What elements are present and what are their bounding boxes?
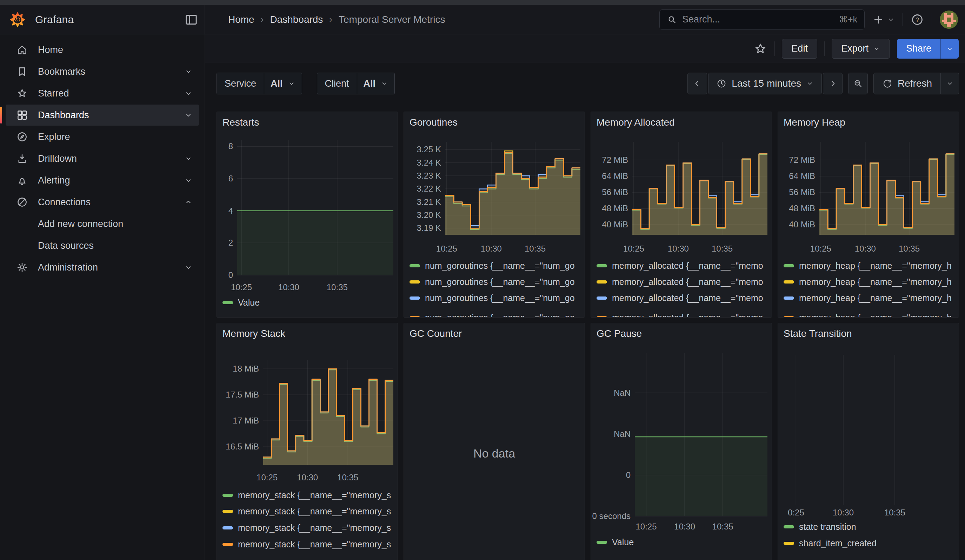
svg-text:10:35: 10:35 [337,473,358,482]
legend-item[interactable]: shard_item_created [783,538,877,548]
svg-text:4: 4 [229,206,233,216]
legend-item[interactable]: memory_heap {__name__="memory_h [783,313,952,318]
legend-color-swatch [222,526,233,529]
legend-item[interactable]: memory_heap {__name__="memory_h [783,277,952,287]
breadcrumb: Home › Dashboards › Temporal Server Metr… [205,14,445,25]
chevron-down-icon [184,111,193,119]
sidebar-item-bookmarks[interactable]: Bookmarks [6,61,199,82]
sidebar-item-label: Data sources [38,240,94,251]
breadcrumb-dashboards[interactable]: Dashboards [270,14,323,25]
legend-item[interactable]: memory_stack {__name__="memory_s [222,490,391,500]
time-shift-back-button[interactable] [687,73,707,95]
service-filter-value[interactable]: All [264,73,302,94]
sidebar-item-home[interactable]: Home [6,39,199,60]
zoom-out-button[interactable] [848,73,868,95]
gc-pause-chart[interactable]: NaNNaN00 seconds10:2510:3010:35 [591,323,772,560]
legend-item[interactable]: memory_allocated {__name__="memo [597,313,763,318]
legend-color-swatch [783,280,794,284]
legend-item[interactable]: state transition [783,522,856,532]
legend-item[interactable]: memory_allocated {__name__="memo [597,277,763,287]
legend-item[interactable]: memory_stack {__name__="memory_s [222,539,391,549]
time-range-picker[interactable]: Last 15 minutes [708,73,822,95]
sidebar-item-chevron[interactable] [184,111,193,119]
edit-button[interactable]: Edit [782,39,817,59]
legend-item[interactable]: Value [597,537,634,547]
legend-color-swatch [597,297,607,300]
svg-text:56 MiB: 56 MiB [789,188,815,197]
svg-text:64 MiB: 64 MiB [789,171,815,181]
sidebar-item-add-new-connection[interactable]: Add new connection [6,213,199,234]
svg-text:10:25: 10:25 [810,244,831,253]
search-input[interactable]: Search... ⌘+k [659,10,865,30]
share-menu-chevron[interactable] [940,39,959,59]
sidebar-item-starred[interactable]: Starred [6,83,199,104]
svg-text:10:30: 10:30 [297,473,318,482]
legend-item[interactable]: memory_heap {__name__="memory_h [783,293,952,303]
breadcrumb-home[interactable]: Home [228,14,254,25]
sidebar-item-chevron[interactable] [184,154,193,163]
legend-color-swatch [222,301,233,304]
bell-icon [16,175,28,186]
sidebar-item-chevron[interactable] [184,176,193,184]
client-filter-value[interactable]: All [357,73,395,94]
export-button[interactable]: Export [832,39,890,59]
share-label[interactable]: Share [897,39,940,59]
legend-color-swatch [597,541,607,544]
legend-item[interactable]: memory_heap {__name__="memory_h [783,261,952,271]
avatar[interactable] [940,11,958,29]
legend-item[interactable]: Value [222,297,260,307]
breadcrumb-separator: › [329,14,332,25]
sidebar-item-connections[interactable]: Connections [6,191,199,213]
sidebar-item-explore[interactable]: Explore [6,126,199,147]
sidebar-item-drilldown[interactable]: Drilldown [6,148,199,169]
svg-text:3.24 K: 3.24 K [417,158,441,167]
sidebar-item-administration[interactable]: Administration [6,257,199,278]
legend-item[interactable]: memory_allocated {__name__="memo [597,261,763,271]
legend-label: num_goroutines {__name__="num_go [425,293,575,303]
sidebar-toggle-icon[interactable] [184,13,198,27]
new-button[interactable] [872,14,895,26]
legend-label: memory_allocated {__name__="memo [612,277,763,287]
client-filter[interactable]: Client All [317,73,395,95]
apps-icon [16,109,28,121]
chevron-down-icon [873,45,880,53]
legend-color-swatch [222,543,233,546]
sidebar-item-chevron[interactable] [184,198,193,206]
legend-item[interactable]: memory_allocated {__name__="memo [597,293,763,303]
legend-label: memory_heap {__name__="memory_h [799,277,952,287]
service-filter[interactable]: Service All [216,73,302,95]
legend-item[interactable]: memory_stack {__name__="memory_s [222,507,391,516]
sidebar-item-chevron[interactable] [184,263,193,272]
legend-label: memory_heap {__name__="memory_h [799,313,952,318]
sidebar: HomeBookmarksStarredDashboardsExploreDri… [0,34,205,560]
svg-text:0:25: 0:25 [788,508,804,517]
sidebar-item-data-sources[interactable]: Data sources [6,235,199,256]
sidebar-item-dashboards[interactable]: Dashboards [6,104,199,126]
sidebar-item-chevron[interactable] [184,67,193,76]
legend-item[interactable]: num_goroutines {__name__="num_go [409,277,575,287]
sidebar-item-label: Drilldown [38,153,77,164]
legend-item[interactable]: num_goroutines {__name__="num_go [409,261,575,271]
share-button[interactable]: Share [897,39,959,59]
client-filter-selected: All [363,78,376,89]
time-shift-forward-button[interactable] [823,73,842,95]
sidebar-item-chevron[interactable] [184,89,193,98]
legend-color-swatch [597,264,607,267]
window-strip [0,0,965,5]
svg-text:10:25: 10:25 [257,473,278,482]
restarts-chart[interactable]: 0246810:2510:3010:35 [217,112,397,317]
help-button[interactable]: ? [911,13,924,26]
legend-item[interactable]: num_goroutines {__name__="num_go [409,293,575,303]
legend-item[interactable]: memory_stack {__name__="memory_s [222,523,391,533]
legend-item[interactable]: num_goroutines {__name__="num_go [409,313,575,318]
brand-name: Grafana [35,14,74,26]
favorite-star-icon[interactable] [753,42,767,56]
refresh-button[interactable]: Refresh [873,73,941,95]
sidebar-item-alerting[interactable]: Alerting [6,170,199,191]
gc-counter-chart[interactable]: No data [404,323,585,560]
legend-color-swatch [597,280,607,284]
svg-text:64 MiB: 64 MiB [602,171,628,181]
legend-color-swatch [783,264,794,267]
sidebar-item-label: Alerting [38,175,70,186]
refresh-interval-chevron[interactable] [941,73,959,95]
